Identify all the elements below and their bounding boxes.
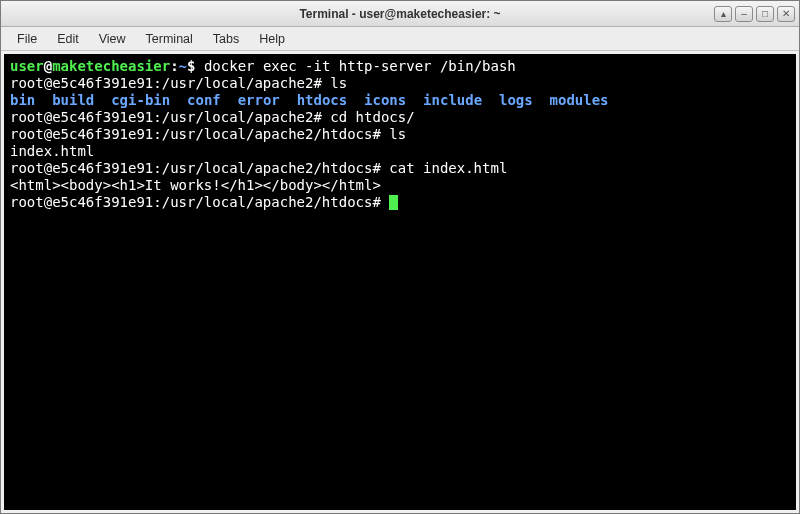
menu-file[interactable]: File xyxy=(7,30,47,48)
menubar: File Edit View Terminal Tabs Help xyxy=(1,27,799,51)
ls-dir: logs xyxy=(499,92,533,108)
prompt-sigil: $ xyxy=(187,58,195,74)
container-prompt-4: root@e5c46f391e91:/usr/local/apache2/htd… xyxy=(10,160,381,176)
menu-terminal[interactable]: Terminal xyxy=(136,30,203,48)
command-1: docker exec -it http-server /bin/bash xyxy=(204,58,516,74)
ls-dir: bin xyxy=(10,92,35,108)
maximize-button[interactable]: □ xyxy=(756,6,774,22)
container-prompt-3: root@e5c46f391e91:/usr/local/apache2/htd… xyxy=(10,126,381,142)
ls-dir: conf xyxy=(187,92,221,108)
window-title: Terminal - user@maketecheasier: ~ xyxy=(1,7,799,21)
prompt-user: user xyxy=(10,58,44,74)
ls-dir: build xyxy=(52,92,94,108)
close-button[interactable]: ✕ xyxy=(777,6,795,22)
ls-dir: htdocs xyxy=(297,92,348,108)
terminal-output[interactable]: user@maketecheasier:~$ docker exec -it h… xyxy=(4,54,796,510)
titlebar[interactable]: Terminal - user@maketecheasier: ~ ▴ – □ … xyxy=(1,1,799,27)
ls-dir: cgi-bin xyxy=(111,92,170,108)
window-buttons: ▴ – □ ✕ xyxy=(714,6,795,22)
menu-help[interactable]: Help xyxy=(249,30,295,48)
command-4: ls xyxy=(389,126,406,142)
menu-edit[interactable]: Edit xyxy=(47,30,89,48)
prompt-path: ~ xyxy=(179,58,187,74)
ls-dir: error xyxy=(238,92,280,108)
ls-dir: include xyxy=(423,92,482,108)
prompt-host: maketecheasier xyxy=(52,58,170,74)
container-prompt-2: root@e5c46f391e91:/usr/local/apache2# xyxy=(10,109,322,125)
command-3: cd htdocs/ xyxy=(330,109,414,125)
cursor xyxy=(389,195,398,210)
shade-button[interactable]: ▴ xyxy=(714,6,732,22)
menu-view[interactable]: View xyxy=(89,30,136,48)
container-prompt-5: root@e5c46f391e91:/usr/local/apache2/htd… xyxy=(10,194,381,210)
command-5: cat index.html xyxy=(389,160,507,176)
menu-tabs[interactable]: Tabs xyxy=(203,30,249,48)
container-prompt-1: root@e5c46f391e91:/usr/local/apache2# xyxy=(10,75,322,91)
ls-output-2: index.html xyxy=(10,143,94,159)
minimize-button[interactable]: – xyxy=(735,6,753,22)
ls-dir: icons xyxy=(364,92,406,108)
ls-dir: modules xyxy=(550,92,609,108)
terminal-window: Terminal - user@maketecheasier: ~ ▴ – □ … xyxy=(0,0,800,514)
cat-output: <html><body><h1>It works!</h1></body></h… xyxy=(10,177,381,193)
command-2: ls xyxy=(330,75,347,91)
